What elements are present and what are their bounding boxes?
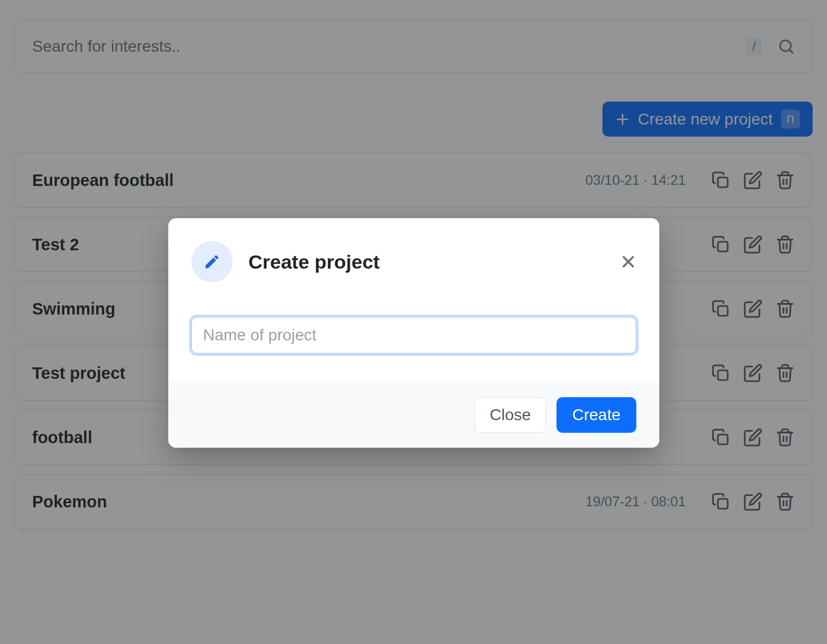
close-button[interactable]: Close <box>474 397 547 433</box>
close-icon[interactable] <box>620 254 636 270</box>
create-project-modal: Create project Close Create <box>168 218 659 448</box>
create-button[interactable]: Create <box>557 397 636 433</box>
modal-footer: Close Create <box>168 382 659 448</box>
modal-overlay[interactable]: Create project Close Create <box>0 0 827 644</box>
modal-header: Create project <box>168 218 659 294</box>
modal-title: Create project <box>249 251 620 273</box>
pencil-icon <box>191 241 233 282</box>
project-name-input[interactable] <box>191 317 636 354</box>
modal-body <box>168 294 659 382</box>
